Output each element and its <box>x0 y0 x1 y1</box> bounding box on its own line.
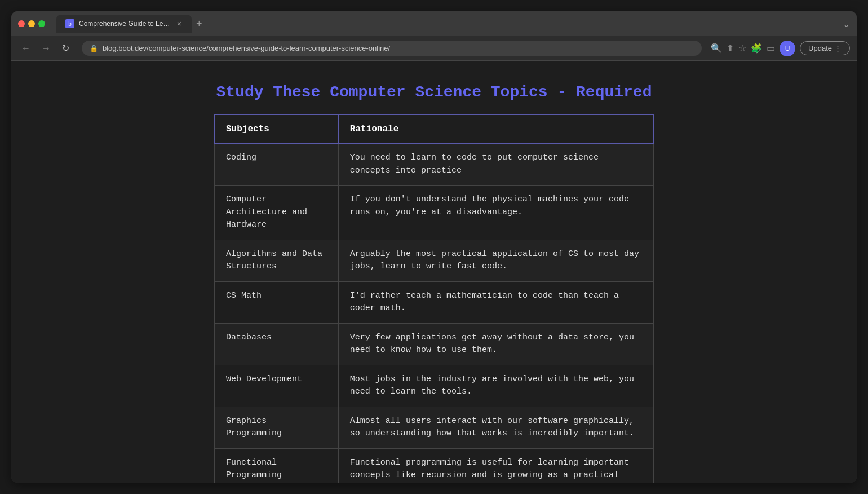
browser-window: b Comprehensive Guide to Learn... × + ⌄ … <box>11 11 857 483</box>
table-row: Functional ProgrammingFunctional program… <box>215 448 654 483</box>
rationale-cell: Almost all users interact with our softw… <box>338 407 653 448</box>
table-row: CodingYou need to learn to code to put c… <box>215 144 654 186</box>
table-row: CS MathI'd rather teach a mathematician … <box>215 281 654 323</box>
avatar[interactable]: U <box>780 41 795 56</box>
table-row: Algorithms and Data StructuresArguably t… <box>215 240 654 281</box>
subject-cell: Web Development <box>215 365 339 407</box>
subject-cell: Databases <box>215 323 339 365</box>
close-button[interactable] <box>18 20 25 27</box>
subject-cell: Computer Architecture and Hardware <box>215 186 339 240</box>
subject-cell: Functional Programming <box>215 448 339 483</box>
rationale-cell: Most jobs in the industry are involved w… <box>338 365 653 407</box>
tab-close-button[interactable]: × <box>176 19 183 28</box>
subject-cell: Coding <box>215 144 339 186</box>
address-bar[interactable]: 🔒 blog.boot.dev/computer-science/compreh… <box>82 41 702 56</box>
bookmark-icon[interactable]: ☆ <box>738 43 746 54</box>
rationale-cell: I'd rather teach a mathematician to code… <box>338 281 653 323</box>
traffic-lights <box>18 20 45 27</box>
lock-icon: 🔒 <box>90 45 98 52</box>
table-row: DatabasesVery few applications get away … <box>215 323 654 365</box>
rationale-cell: If you don't understand the physical mac… <box>338 186 653 240</box>
sidebar-icon[interactable]: ▭ <box>767 43 775 54</box>
subjects-header: Subjects <box>215 115 339 144</box>
share-icon[interactable]: ⬆ <box>727 43 734 54</box>
nav-bar: ← → ↻ 🔒 blog.boot.dev/computer-science/c… <box>11 36 857 61</box>
table-row: Graphics ProgrammingAlmost all users int… <box>215 407 654 448</box>
cs-topics-table: Subjects Rationale CodingYou need to lea… <box>214 114 654 483</box>
tab-bar: b Comprehensive Guide to Learn... × + ⌄ <box>56 15 850 33</box>
minimize-button[interactable] <box>28 20 35 27</box>
new-tab-button[interactable]: + <box>196 18 202 30</box>
active-tab[interactable]: b Comprehensive Guide to Learn... × <box>56 15 192 33</box>
subject-cell: Algorithms and Data Structures <box>215 240 339 281</box>
tab-menu-button[interactable]: ⌄ <box>843 19 850 29</box>
search-icon[interactable]: 🔍 <box>711 43 722 54</box>
rationale-cell: Very few applications get away without a… <box>338 323 653 365</box>
forward-button[interactable]: → <box>38 41 54 56</box>
rationale-cell: Functional programming is useful for lea… <box>338 448 653 483</box>
back-button[interactable]: ← <box>18 41 34 56</box>
maximize-button[interactable] <box>38 20 45 27</box>
tab-title: Comprehensive Guide to Learn... <box>79 20 171 28</box>
section-title: Study These Computer Science Topics - Re… <box>216 83 652 101</box>
rationale-header: Rationale <box>338 115 653 144</box>
subject-cell: Graphics Programming <box>215 407 339 448</box>
title-bar: b Comprehensive Guide to Learn... × + ⌄ <box>11 11 857 36</box>
extension-icon[interactable]: 🧩 <box>751 43 762 54</box>
page-content: Study These Computer Science Topics - Re… <box>11 61 857 483</box>
table-row: Web DevelopmentMost jobs in the industry… <box>215 365 654 407</box>
update-button[interactable]: Update ⋮ <box>800 41 850 55</box>
table-row: Computer Architecture and HardwareIf you… <box>215 186 654 240</box>
subject-cell: CS Math <box>215 281 339 323</box>
update-menu-icon: ⋮ <box>834 44 842 52</box>
rationale-cell: Arguably the most practical application … <box>338 240 653 281</box>
favicon-text: b <box>68 21 72 27</box>
nav-actions: 🔍 ⬆ ☆ 🧩 ▭ U Update ⋮ <box>711 41 850 56</box>
tab-favicon: b <box>65 19 74 28</box>
rationale-cell: You need to learn to code to put compute… <box>338 144 653 186</box>
address-text: blog.boot.dev/computer-science/comprehen… <box>103 44 694 52</box>
update-label: Update <box>808 44 832 52</box>
reload-button[interactable]: ↻ <box>59 41 73 56</box>
